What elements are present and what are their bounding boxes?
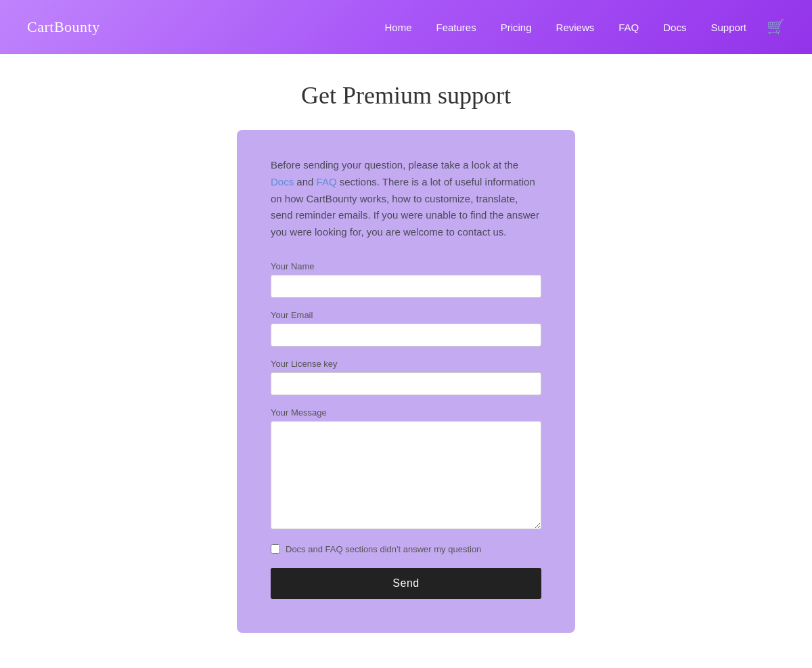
name-field-group: Your Name — [271, 261, 541, 298]
license-label: Your License key — [271, 359, 541, 369]
send-button[interactable]: Send — [271, 568, 541, 599]
email-label: Your Email — [271, 310, 541, 320]
cart-icon[interactable]: 🛒 — [759, 18, 785, 36]
intro-text: Before sending your question, please tak… — [271, 157, 541, 241]
name-input[interactable] — [271, 275, 541, 298]
nav-pricing-link[interactable]: Pricing — [489, 22, 544, 33]
email-input[interactable] — [271, 324, 541, 347]
nav-reviews-link[interactable]: Reviews — [544, 22, 607, 33]
license-input[interactable] — [271, 372, 541, 395]
page-title: Get Premium support — [301, 81, 511, 110]
site-logo[interactable]: CartBounty — [27, 18, 100, 36]
checkbox-row: Docs and FAQ sections didn't answer my q… — [271, 544, 541, 554]
message-field-group: Your Message — [271, 407, 541, 532]
message-textarea[interactable] — [271, 421, 541, 529]
faq-link[interactable]: FAQ — [317, 176, 337, 187]
site-header: CartBounty Home Features Pricing Reviews… — [0, 0, 812, 54]
support-form-card: Before sending your question, please tak… — [237, 130, 575, 633]
docs-link[interactable]: Docs — [271, 176, 294, 187]
email-field-group: Your Email — [271, 310, 541, 347]
nav-docs-link[interactable]: Docs — [651, 22, 698, 33]
intro-and: and — [294, 176, 316, 187]
message-label: Your Message — [271, 407, 541, 418]
main-nav: Home Features Pricing Reviews FAQ Docs S… — [372, 18, 785, 36]
nav-features-link[interactable]: Features — [424, 22, 489, 33]
name-label: Your Name — [271, 261, 541, 271]
checkbox-label: Docs and FAQ sections didn't answer my q… — [286, 544, 481, 554]
license-field-group: Your License key — [271, 359, 541, 395]
main-content: Get Premium support Before sending your … — [0, 54, 812, 668]
nav-home-link[interactable]: Home — [372, 22, 424, 33]
confirm-checkbox[interactable] — [271, 544, 280, 554]
nav-faq-link[interactable]: FAQ — [606, 22, 651, 33]
nav-support-link[interactable]: Support — [698, 22, 759, 33]
intro-text-before: Before sending your question, please tak… — [271, 159, 518, 171]
